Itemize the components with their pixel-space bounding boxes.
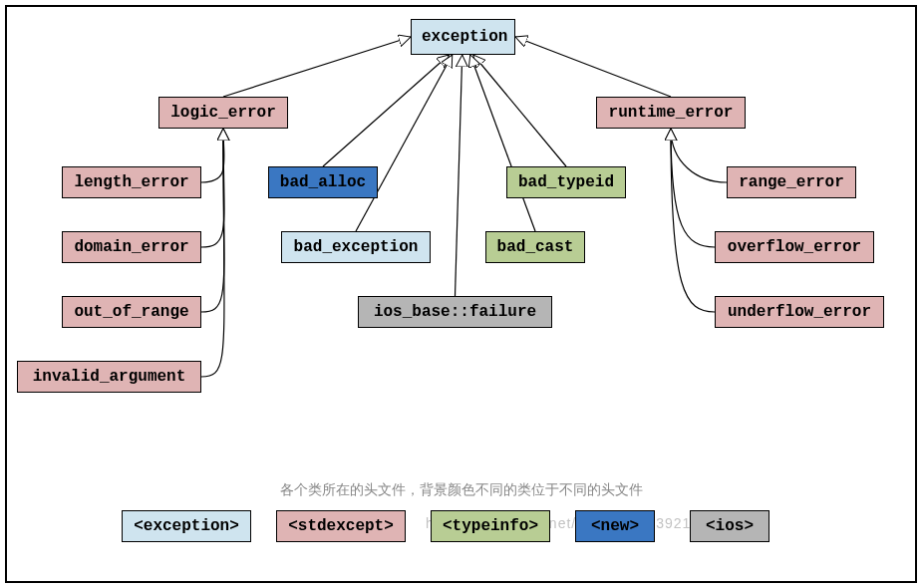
legend-item-typeinfo: <typeinfo> bbox=[431, 510, 550, 542]
edge-domain_error-to-logic_error bbox=[201, 129, 224, 247]
node-bad_cast: bad_cast bbox=[485, 231, 585, 263]
edge-runtime_error-to-exception bbox=[515, 37, 671, 97]
node-logic_error: logic_error bbox=[158, 97, 288, 129]
node-bad_exception: bad_exception bbox=[281, 231, 431, 263]
edge-ios_base_failure-to-exception bbox=[456, 55, 462, 296]
node-bad_alloc: bad_alloc bbox=[268, 166, 378, 198]
edge-bad_exception-to-exception bbox=[356, 55, 453, 231]
node-bad_typeid: bad_typeid bbox=[506, 166, 626, 198]
node-overflow_error: overflow_error bbox=[715, 231, 874, 263]
diagram-edges bbox=[7, 7, 915, 581]
edge-length_error-to-logic_error bbox=[201, 129, 224, 182]
node-out_of_range: out_of_range bbox=[62, 296, 201, 328]
node-domain_error: domain_error bbox=[62, 231, 201, 263]
diagram-frame: 各个类所在的头文件，背景颜色不同的类位于不同的头文件 https://blog.… bbox=[5, 5, 917, 583]
edge-bad_alloc-to-exception bbox=[323, 55, 449, 166]
edge-overflow_error-to-runtime_error bbox=[671, 129, 715, 247]
node-invalid_argument: invalid_argument bbox=[17, 361, 201, 393]
edge-logic_error-to-exception bbox=[223, 37, 411, 97]
edge-bad_cast-to-exception bbox=[470, 55, 535, 231]
node-length_error: length_error bbox=[62, 166, 201, 198]
edge-out_of_range-to-logic_error bbox=[201, 129, 224, 312]
edge-bad_typeid-to-exception bbox=[473, 55, 566, 166]
node-ios_base_failure: ios_base::failure bbox=[358, 296, 552, 328]
edge-range_error-to-runtime_error bbox=[671, 129, 727, 182]
edge-invalid_argument-to-logic_error bbox=[201, 129, 224, 377]
node-range_error: range_error bbox=[727, 166, 856, 198]
node-underflow_error: underflow_error bbox=[715, 296, 884, 328]
diagram-canvas: 各个类所在的头文件，背景颜色不同的类位于不同的头文件 https://blog.… bbox=[7, 7, 915, 581]
node-exception: exception bbox=[411, 19, 515, 55]
legend-item-exception: <exception> bbox=[122, 510, 251, 542]
legend-item-stdexcept: <stdexcept> bbox=[276, 510, 406, 542]
legend-item-ios: <ios> bbox=[690, 510, 769, 542]
node-runtime_error: runtime_error bbox=[596, 97, 746, 129]
legend-item-new: <new> bbox=[575, 510, 655, 542]
